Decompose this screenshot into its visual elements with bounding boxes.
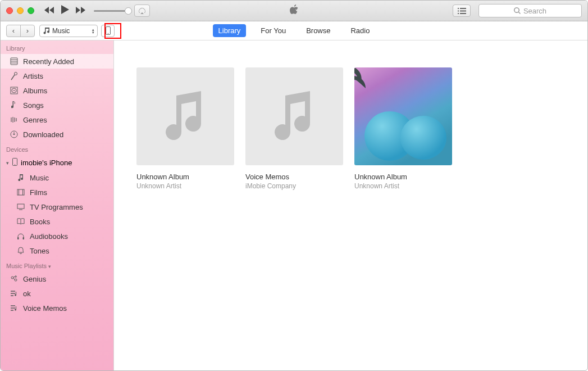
svg-rect-17 — [17, 204, 24, 209]
palm-decoration — [354, 67, 377, 101]
play-button[interactable] — [61, 5, 69, 16]
svg-point-13 — [15, 164, 15, 165]
genius-icon — [10, 274, 19, 283]
search-input[interactable]: Search — [478, 4, 582, 17]
svg-point-1 — [107, 33, 108, 34]
sidebar-section-playlists[interactable]: Music Playlists — [1, 258, 113, 272]
svg-point-6 — [14, 72, 17, 75]
album-item[interactable]: Unknown Album Unknown Artist — [354, 67, 452, 370]
svg-rect-20 — [17, 237, 19, 239]
sidebar-item-label: Songs — [23, 101, 44, 110]
sidebar-item-label: Books — [30, 218, 50, 226]
sidebar-item-label: Downloaded — [23, 130, 63, 139]
sidebar-item-label: ok — [23, 289, 31, 298]
sidebar-item-recently-added[interactable]: Recently Added — [1, 54, 113, 69]
list-view-button[interactable] — [453, 4, 471, 17]
search-placeholder: Search — [523, 7, 546, 15]
sidebar-item-downloaded[interactable]: Downloaded — [1, 127, 113, 142]
tab-browse[interactable]: Browse — [300, 24, 336, 37]
maximize-window-button[interactable] — [28, 7, 34, 14]
search-icon — [514, 7, 521, 14]
sidebar-playlist-voice-memos[interactable]: Voice Memos — [1, 301, 113, 315]
sidebar-device-label: imobie's iPhone — [21, 159, 72, 167]
album-artist: iMobie Company — [245, 182, 343, 190]
tv-icon — [16, 202, 25, 211]
toolbar: ‹ › Music ▴▾ Library For You Browse Radi… — [1, 21, 587, 40]
sidebar-item-label: Albums — [23, 87, 47, 95]
sidebar-device-tones[interactable]: Tones — [1, 243, 113, 258]
back-button[interactable]: ‹ — [6, 25, 21, 37]
previous-track-button[interactable] — [44, 6, 54, 16]
album-title: Voice Memos — [245, 173, 343, 181]
headphones-icon — [16, 232, 25, 241]
sidebar-item-label: Genius — [23, 275, 46, 283]
sidebar-item-artists[interactable]: Artists — [1, 69, 113, 83]
bell-icon — [16, 246, 25, 255]
media-type-selector[interactable]: Music ▴▾ — [39, 25, 98, 37]
sidebar-item-label: Genres — [23, 116, 47, 124]
album-art-placeholder — [136, 67, 234, 165]
album-artist: Unknown Artist — [354, 182, 452, 190]
microphone-icon — [10, 71, 19, 80]
sidebar-item-label: Films — [30, 188, 47, 197]
recently-added-icon — [10, 57, 19, 66]
window-controls — [6, 7, 34, 14]
music-icon — [43, 28, 49, 34]
next-track-button[interactable] — [76, 6, 86, 16]
phone-icon — [12, 158, 17, 168]
svg-point-24 — [15, 276, 17, 278]
sidebar-item-label: Artists — [23, 72, 43, 80]
album-artist: Unknown Artist — [136, 182, 234, 190]
sidebar-device-audiobooks[interactable]: Audiobooks — [1, 229, 113, 243]
chevron-updown-icon: ▴▾ — [92, 28, 94, 34]
guitar-icon — [10, 115, 19, 124]
tab-library[interactable]: Library — [213, 24, 247, 37]
book-icon — [16, 217, 25, 226]
svg-line-25 — [13, 278, 15, 279]
media-type-label: Music — [52, 27, 70, 35]
sidebar: Library Recently Added Artists Albums So… — [1, 40, 114, 370]
sidebar-playlist-ok[interactable]: ok — [1, 286, 113, 301]
sidebar-device-music[interactable]: Music — [1, 170, 113, 185]
album-art-placeholder — [245, 67, 343, 165]
sidebar-item-songs[interactable]: Songs — [1, 98, 113, 112]
phone-icon — [106, 26, 111, 35]
playlist-icon — [10, 304, 19, 313]
sidebar-device-books[interactable]: Books — [1, 214, 113, 229]
album-title: Unknown Album — [354, 173, 452, 181]
music-note-icon — [163, 91, 208, 142]
forward-button[interactable]: › — [20, 25, 35, 37]
device-button[interactable] — [101, 25, 115, 37]
sidebar-item-label: Voice Memos — [23, 304, 67, 313]
sidebar-device[interactable]: ▾ imobie's iPhone — [1, 155, 113, 170]
tab-radio[interactable]: Radio — [345, 24, 375, 37]
svg-line-7 — [11, 74, 15, 79]
airplay-button[interactable] — [134, 4, 150, 17]
sidebar-device-films[interactable]: Films — [1, 185, 113, 200]
note-icon — [10, 101, 19, 110]
disclosure-triangle-icon[interactable]: ▾ — [6, 160, 9, 166]
download-icon — [10, 130, 19, 139]
sidebar-item-genres[interactable]: Genres — [1, 112, 113, 127]
volume-slider[interactable] — [94, 10, 129, 12]
svg-rect-14 — [17, 189, 24, 195]
album-item[interactable]: Voice Memos iMobie Company — [245, 67, 343, 370]
nav-tabs: Library For You Browse Radio — [213, 24, 376, 37]
playlist-icon — [10, 289, 19, 298]
album-grid: Unknown Album Unknown Artist Voice Memos… — [114, 40, 587, 370]
tab-for-you[interactable]: For You — [255, 24, 291, 37]
svg-rect-21 — [23, 237, 25, 239]
sidebar-section-library: Library — [1, 40, 113, 54]
sidebar-section-devices: Devices — [1, 142, 113, 155]
svg-line-26 — [13, 277, 16, 277]
album-item[interactable]: Unknown Album Unknown Artist — [136, 67, 234, 370]
sidebar-item-label: TV Programmes — [30, 203, 83, 211]
close-window-button[interactable] — [6, 7, 13, 14]
list-icon — [458, 8, 466, 14]
minimize-window-button[interactable] — [17, 7, 24, 14]
album-icon — [10, 86, 19, 95]
sidebar-playlist-genius[interactable]: Genius — [1, 272, 113, 286]
sidebar-device-tv[interactable]: TV Programmes — [1, 200, 113, 214]
playback-controls — [44, 5, 86, 16]
sidebar-item-albums[interactable]: Albums — [1, 83, 113, 98]
